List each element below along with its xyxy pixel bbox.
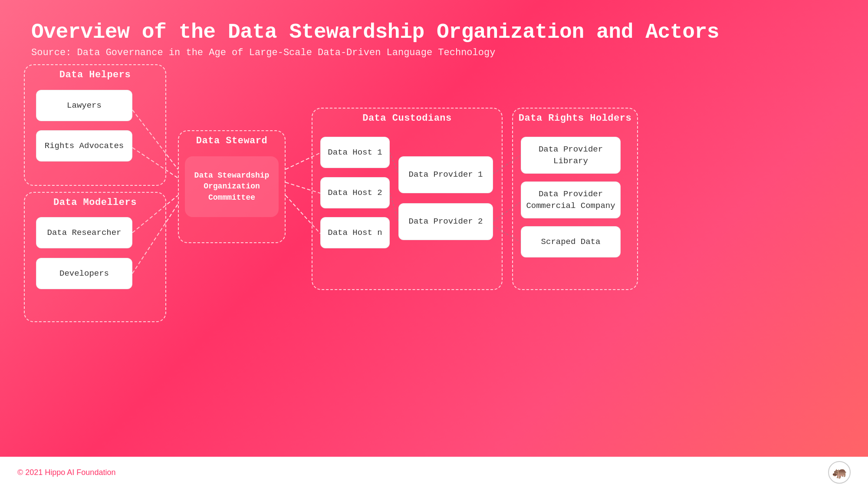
- card-data-provider-library: Data Provider Library: [521, 137, 621, 174]
- group-steward-label: Data Steward: [179, 131, 285, 149]
- header: Overview of the Data Stewardship Organiz…: [31, 21, 719, 58]
- page-title: Overview of the Data Stewardship Organiz…: [31, 21, 719, 44]
- card-rights-advocates: Rights Advocates: [36, 130, 132, 162]
- card-hostn: Data Host n: [320, 217, 390, 248]
- card-provider1: Data Provider 1: [398, 156, 493, 193]
- card-steward-org: Data Stewardship Organization Commmittee: [185, 156, 279, 217]
- group-rights-holders-label: Data Rights Holders: [513, 109, 637, 126]
- group-data-modellers: Data Modellers: [24, 192, 166, 322]
- group-custodians-label: Data Custodians: [312, 109, 502, 126]
- group-modellers-label: Data Modellers: [25, 193, 165, 211]
- card-lawyers: Lawyers: [36, 90, 132, 121]
- card-provider2: Data Provider 2: [398, 203, 493, 240]
- card-data-provider-commercial: Data Provider Commercial Company: [521, 181, 621, 218]
- footer: © 2021 Hippo AI Foundation 🦛: [0, 457, 868, 488]
- group-helpers-label: Data Helpers: [25, 65, 165, 83]
- group-data-helpers: Data Helpers: [24, 64, 166, 186]
- card-developers: Developers: [36, 258, 132, 289]
- card-scraped-data: Scraped Data: [521, 226, 621, 257]
- card-data-researcher: Data Researcher: [36, 217, 132, 248]
- page-subtitle: Source: Data Governance in the Age of La…: [31, 47, 719, 58]
- copyright-text: © 2021 Hippo AI Foundation: [17, 468, 115, 477]
- hippo-logo-icon: 🦛: [828, 461, 851, 484]
- card-host1: Data Host 1: [320, 137, 390, 168]
- card-host2: Data Host 2: [320, 177, 390, 208]
